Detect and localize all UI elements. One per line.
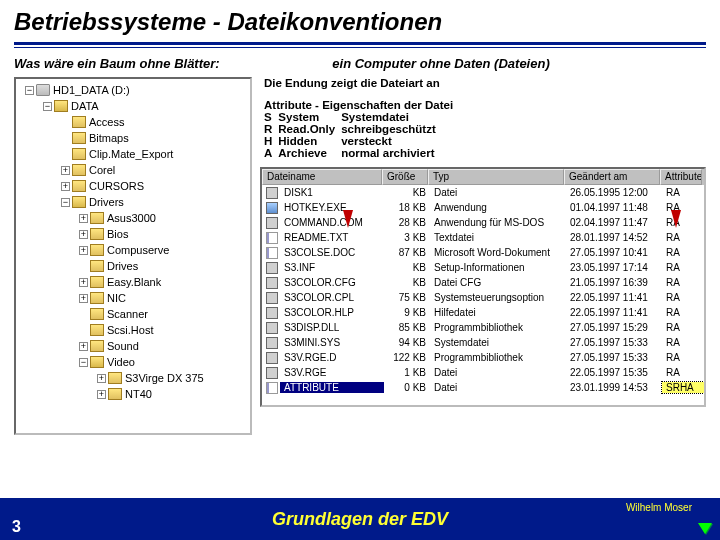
file-row[interactable]: README.TXT3 KBTextdatei28.01.1997 14:52R… <box>262 230 704 245</box>
file-type: Datei CFG <box>430 277 566 288</box>
tree-label: NT40 <box>125 386 152 402</box>
arrow-attr-icon <box>671 210 681 228</box>
tree-label: HD1_DATA (D:) <box>53 82 130 98</box>
file-attr: RA <box>662 232 704 243</box>
file-row[interactable]: HOTKEY.EXE18 KBAnwendung01.04.1997 11:48… <box>262 200 704 215</box>
file-name: S3V.RGE <box>280 367 384 378</box>
file-date: 02.04.1997 11:47 <box>566 217 662 228</box>
file-type: Textdatei <box>430 232 566 243</box>
file-icon <box>266 232 278 244</box>
expand-icon[interactable]: + <box>79 278 88 287</box>
slide-title: Betriebssysteme - Dateikonventionen <box>14 8 706 36</box>
file-size: 0 KB <box>384 382 430 393</box>
tree-item[interactable]: +Bios <box>19 226 247 242</box>
description-block: Die Endung zeigt die Dateiart an Attribu… <box>260 77 706 159</box>
attr-cell: Hidden <box>278 135 341 147</box>
tree-item[interactable]: +S3Virge DX 375 <box>19 370 247 386</box>
folder-icon <box>72 180 86 192</box>
tree-item[interactable]: Drives <box>19 258 247 274</box>
tree-item[interactable]: +NT40 <box>19 386 247 402</box>
expand-icon[interactable]: + <box>79 230 88 239</box>
expand-icon[interactable]: + <box>61 182 70 191</box>
file-icon <box>266 262 278 274</box>
collapse-icon[interactable]: − <box>25 86 34 95</box>
file-row[interactable]: S3COLOR.CFGKBDatei CFG21.05.1997 16:39RA <box>262 275 704 290</box>
tree-item[interactable]: Scsi.Host <box>19 322 247 338</box>
folder-icon <box>72 164 86 176</box>
expand-icon[interactable]: + <box>79 294 88 303</box>
tree-label: DATA <box>71 98 99 114</box>
tree-item[interactable]: +Easy.Blank <box>19 274 247 290</box>
tree-item[interactable]: Clip.Mate_Export <box>19 146 247 162</box>
collapse-icon[interactable]: − <box>43 102 52 111</box>
tree-label: Drives <box>107 258 138 274</box>
tree-label: Clip.Mate_Export <box>89 146 173 162</box>
tree-item[interactable]: −DATA <box>19 98 247 114</box>
file-name: S3V.RGE.D <box>280 352 384 363</box>
collapse-icon[interactable]: − <box>79 358 88 367</box>
file-row[interactable]: COMMAND.COM28 KBAnwendung für MS-DOS02.0… <box>262 215 704 230</box>
file-row[interactable]: S3V.RGE1 KBDatei22.05.1997 15:35RA <box>262 365 704 380</box>
col-type[interactable]: Typ <box>428 169 564 185</box>
folder-icon <box>90 212 104 224</box>
folder-tree[interactable]: −HD1_DATA (D:)−DATAAccessBitmapsClip.Mat… <box>14 77 252 435</box>
next-icon[interactable] <box>698 523 712 534</box>
file-icon <box>266 307 278 319</box>
col-date[interactable]: Geändert am <box>564 169 660 185</box>
attr-cell: H <box>264 135 278 147</box>
tree-item[interactable]: −HD1_DATA (D:) <box>19 82 247 98</box>
tree-item[interactable]: +Compuserve <box>19 242 247 258</box>
col-size[interactable]: Größe <box>382 169 428 185</box>
expand-icon[interactable]: + <box>97 374 106 383</box>
tree-item[interactable]: Scanner <box>19 306 247 322</box>
file-name: COMMAND.COM <box>280 217 384 228</box>
attr-cell: Systemdatei <box>341 111 442 123</box>
file-type: Programmbibliothek <box>430 352 566 363</box>
file-type: Datei <box>430 187 566 198</box>
expand-icon[interactable]: + <box>79 342 88 351</box>
tree-item[interactable]: −Drivers <box>19 194 247 210</box>
file-name: S3.INF <box>280 262 384 273</box>
folder-icon <box>90 292 104 304</box>
collapse-icon[interactable]: − <box>61 198 70 207</box>
arrow-type-icon <box>343 210 353 228</box>
file-row[interactable]: S3V.RGE.D122 KBProgrammbibliothek27.05.1… <box>262 350 704 365</box>
file-icon <box>266 322 278 334</box>
file-row[interactable]: ATTRIBUTE0 KBDatei23.01.1999 14:53SRHA <box>262 380 704 395</box>
file-icon <box>266 217 278 229</box>
expand-icon[interactable]: + <box>97 390 106 399</box>
expand-icon[interactable]: + <box>61 166 70 175</box>
tree-item[interactable]: Access <box>19 114 247 130</box>
file-size: 75 KB <box>384 292 430 303</box>
file-date: 27.05.1997 15:33 <box>566 337 662 348</box>
file-name: S3COLOR.CPL <box>280 292 384 303</box>
file-row[interactable]: S3DISP.DLL85 KBProgrammbibliothek27.05.1… <box>262 320 704 335</box>
attr-cell: System <box>278 111 341 123</box>
file-row[interactable]: S3.INFKBSetup-Informationen23.05.1997 17… <box>262 260 704 275</box>
tree-item[interactable]: −Video <box>19 354 247 370</box>
folder-icon <box>90 228 104 240</box>
file-row[interactable]: S3COLSE.DOC87 KBMicrosoft Word-Dokument2… <box>262 245 704 260</box>
file-header[interactable]: Dateiname Größe Typ Geändert am Attribut… <box>262 169 704 185</box>
file-list[interactable]: Dateiname Größe Typ Geändert am Attribut… <box>260 167 706 407</box>
file-row[interactable]: S3MINI.SYS94 KBSystemdatei27.05.1997 15:… <box>262 335 704 350</box>
tree-item[interactable]: +CURSORS <box>19 178 247 194</box>
expand-icon[interactable]: + <box>79 246 88 255</box>
file-date: 21.05.1997 16:39 <box>566 277 662 288</box>
attr-cell: normal archiviert <box>341 147 442 159</box>
expand-icon[interactable]: + <box>79 214 88 223</box>
file-icon <box>266 292 278 304</box>
col-attr[interactable]: Attribute <box>660 169 702 185</box>
tree-item[interactable]: +Corel <box>19 162 247 178</box>
file-name: S3MINI.SYS <box>280 337 384 348</box>
folder-icon <box>72 196 86 208</box>
tree-label: Corel <box>89 162 115 178</box>
tree-item[interactable]: Bitmaps <box>19 130 247 146</box>
file-row[interactable]: DISK1KBDatei26.05.1995 12:00RA <box>262 185 704 200</box>
tree-item[interactable]: +Asus3000 <box>19 210 247 226</box>
file-row[interactable]: S3COLOR.HLP9 KBHilfedatei22.05.1997 11:4… <box>262 305 704 320</box>
tree-item[interactable]: +NIC <box>19 290 247 306</box>
tree-item[interactable]: +Sound <box>19 338 247 354</box>
col-name[interactable]: Dateiname <box>262 169 382 185</box>
file-row[interactable]: S3COLOR.CPL75 KBSystemsteuerungsoption22… <box>262 290 704 305</box>
